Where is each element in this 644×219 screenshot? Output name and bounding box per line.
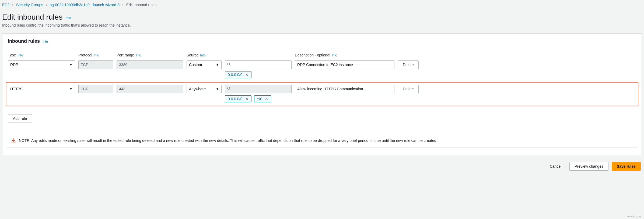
page-title: Edit inbound rules (2, 13, 62, 21)
chip-remove-icon[interactable]: ✕ (245, 73, 248, 77)
note-text: NOTE: Any edits made on existing rules w… (19, 138, 437, 143)
source-cidr-chip: 0.0.0.0/0✕ (225, 95, 251, 102)
source-cidr-chip: ::/0✕ (254, 95, 271, 102)
breadcrumb-link-sg[interactable]: sg-002fe10b00db3a1e0 - launch-wizard-3 (50, 3, 120, 7)
rule-row: RDP▼Custom▼0.0.0.0/0✕Delete (8, 59, 636, 79)
rule-description-input[interactable] (295, 85, 394, 93)
breadcrumb-current: Edit inbound rules (126, 3, 156, 7)
chip-label: ::/0 (257, 97, 262, 101)
panel-heading: Inbound rules (8, 38, 40, 44)
note-box: NOTE: Any edits made on existing rules w… (7, 134, 637, 148)
svg-point-2 (228, 87, 230, 89)
info-link-port-range[interactable]: Info (136, 53, 141, 57)
rule-row: HTTPS▼Anywhere▼0.0.0.0/0✕::/0✕Delete (6, 82, 638, 106)
chevron-right-icon: › (122, 3, 124, 7)
chevron-right-icon: › (46, 3, 47, 7)
rule-protocol-input (78, 85, 113, 93)
svg-point-0 (228, 63, 230, 65)
chip-remove-icon[interactable]: ✕ (245, 97, 248, 101)
info-link-type[interactable]: Info (18, 53, 23, 57)
breadcrumb: EC2 › Security Groups › sg-002fe10b00db3… (2, 0, 642, 9)
rule-protocol-input (78, 60, 113, 69)
svg-point-5 (13, 141, 14, 142)
footer-actions: Cancel Preview changes Save rules (2, 162, 642, 171)
search-icon (227, 63, 231, 67)
page-subtitle: Inbound rules control the incoming traff… (2, 23, 642, 27)
rule-source-mode-select[interactable]: Custom (187, 60, 222, 69)
breadcrumb-link-ec2[interactable]: EC2 (2, 3, 9, 7)
delete-rule-button[interactable]: Delete (398, 60, 419, 69)
rule-port-range-input (117, 85, 183, 93)
delete-rule-button[interactable]: Delete (398, 85, 419, 93)
rule-type-select[interactable]: RDP (8, 60, 75, 69)
column-headers: TypeInfo ProtocolInfo Port rangeInfo Sou… (8, 53, 636, 57)
info-link-source[interactable]: Info (200, 53, 205, 57)
rule-port-range-input (117, 60, 183, 69)
info-link-protocol[interactable]: Info (94, 53, 99, 57)
chevron-right-icon: › (12, 3, 13, 7)
cancel-button[interactable]: Cancel (545, 162, 566, 171)
svg-line-1 (230, 65, 230, 66)
rule-source-search (225, 85, 292, 93)
col-header-source: SourceInfo (187, 53, 222, 57)
chip-label: 0.0.0.0/0 (228, 97, 243, 101)
col-header-port-range: Port rangeInfo (117, 53, 183, 57)
col-header-protocol: ProtocolInfo (78, 53, 113, 57)
panel-heading-info-link[interactable]: Info (43, 40, 48, 44)
add-rule-button[interactable]: Add rule (8, 114, 32, 123)
search-icon (227, 87, 231, 91)
rule-source-mode-select[interactable]: Anywhere (187, 85, 222, 93)
svg-line-3 (230, 89, 230, 90)
rule-type-select[interactable]: HTTPS (8, 85, 75, 93)
page-title-info-link[interactable]: Info (66, 16, 71, 20)
chip-label: 0.0.0.0/0 (228, 73, 243, 77)
col-header-type: TypeInfo (8, 53, 75, 57)
col-header-description: Description - optionalInfo (295, 53, 394, 57)
rule-source-search[interactable] (225, 60, 292, 69)
save-rules-button[interactable]: Save rules (612, 162, 641, 171)
preview-changes-button[interactable]: Preview changes (569, 162, 608, 171)
chip-remove-icon[interactable]: ✕ (265, 97, 268, 101)
inbound-rules-panel: Inbound rules Info TypeInfo ProtocolInfo… (2, 33, 642, 155)
breadcrumb-link-security-groups[interactable]: Security Groups (16, 3, 43, 7)
source-cidr-chip: 0.0.0.0/0✕ (225, 71, 251, 78)
info-link-description[interactable]: Info (332, 53, 337, 57)
warning-icon (11, 138, 16, 144)
rule-description-input[interactable] (295, 60, 394, 69)
